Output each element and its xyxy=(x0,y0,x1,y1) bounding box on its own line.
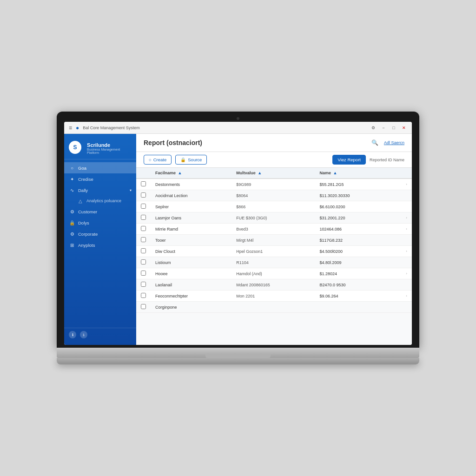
row-checkbox-4[interactable] xyxy=(141,226,146,231)
logo-initials: S xyxy=(69,141,81,154)
cell-multvalue-2: $866 xyxy=(231,201,315,212)
user-icon-btn[interactable]: 1 xyxy=(80,331,87,338)
sidebar-item-analytics-label: Analytics poluance xyxy=(86,198,121,203)
advanced-search-button[interactable]: Adl Saercn xyxy=(384,140,404,145)
table-row[interactable]: Mirrie Ramd Bved3 102464.086 › xyxy=(136,224,412,235)
row-checkbox-8[interactable] xyxy=(141,271,146,276)
row-checkbox-9[interactable] xyxy=(141,282,146,287)
cell-multvalue-3: FUE $300 (3G0) xyxy=(231,212,315,224)
cell-checkbox-11[interactable] xyxy=(136,302,151,313)
table-row[interactable]: Corginpone xyxy=(136,302,412,313)
cell-checkbox-10[interactable] xyxy=(136,291,151,302)
sidebar-item-analytics[interactable]: △ Analytics poluance xyxy=(64,196,136,206)
cell-facilname-9: Laolanail xyxy=(151,279,231,291)
row-checkbox-5[interactable] xyxy=(141,237,146,242)
table-row[interactable]: Laolanail Mdant 200860165 B2470.0 9530 xyxy=(136,279,412,291)
cell-checkbox-8[interactable] xyxy=(136,268,151,279)
table-row[interactable]: Tooer Mirgt M4l $117G8.232 xyxy=(136,235,412,246)
table-row[interactable]: Seplrer $866 $6.6100.0200 xyxy=(136,201,412,212)
sidebar-item-corporate-label: Corporate xyxy=(78,231,98,237)
maximize-button[interactable]: □ xyxy=(390,125,397,131)
row-checkbox-11[interactable] xyxy=(141,304,146,309)
title-bar: ≡ ● Bal Core Management System ⚙ − □ ✕ xyxy=(64,122,412,134)
sidebar-item-dashboard-label: Goa xyxy=(78,165,86,171)
laptop-frame: ≡ ● Bal Core Management System ⚙ − □ ✕ S xyxy=(57,112,419,364)
row-checkbox-0[interactable] xyxy=(141,181,146,186)
facilname-sort-icon: ▲ xyxy=(178,171,182,175)
sidebar-item-customer[interactable]: ⚙ Customer xyxy=(64,206,136,217)
dally-chevron-icon: ▾ xyxy=(130,188,132,192)
cell-name-11 xyxy=(315,302,391,313)
cell-name-1: $11.3020.30330 xyxy=(315,190,391,201)
cell-facilname-3: Lasmjor Oans xyxy=(151,212,231,224)
row-checkbox-1[interactable] xyxy=(141,192,146,198)
app-icon: ● xyxy=(76,125,79,131)
sidebar-item-dashboard[interactable]: ○ Goa xyxy=(64,162,136,173)
window-title: Bal Core Management System xyxy=(83,126,140,130)
table-row[interactable]: Diw Clouct Hpel Gozson1 $4.500l0200 › xyxy=(136,246,412,257)
col-header-facilname[interactable]: Facilname ▲ xyxy=(151,168,231,178)
col-header-chevron xyxy=(391,168,412,178)
name-sort-icon: ▲ xyxy=(333,171,337,175)
cell-name-8: $1.28024 xyxy=(315,268,391,279)
credise-icon: ✦ xyxy=(69,176,75,182)
col-header-multvalue[interactable]: Multvalue ▲ xyxy=(231,168,315,178)
sidebar-item-dally[interactable]: ∿ Dally ▾ xyxy=(64,185,136,196)
cell-chevron-10: › xyxy=(391,291,412,302)
minimize-button[interactable]: − xyxy=(380,125,387,131)
cell-checkbox-7[interactable] xyxy=(136,257,151,268)
sidebar-item-corporate[interactable]: ⚙ Corporate xyxy=(64,228,136,239)
screen: ≡ ● Bal Core Management System ⚙ − □ ✕ S xyxy=(64,122,412,345)
logo-name: Scrilunde xyxy=(87,140,132,148)
row-checkbox-7[interactable] xyxy=(141,259,146,264)
table-body: Destonments $9G989 $55.281.2G5 › Aocidrn… xyxy=(136,178,412,313)
sidebar-item-reports-label: Anyplots xyxy=(78,243,95,248)
sidebar-item-dolys-label: Dolys xyxy=(78,220,89,225)
table-row[interactable]: Lasmjor Oans FUE $300 (3G0) $31.2001.220… xyxy=(136,212,412,224)
cell-checkbox-0[interactable] xyxy=(136,178,151,190)
dally-icon: ∿ xyxy=(69,187,75,193)
create-button[interactable]: ○ Create xyxy=(144,155,172,165)
header-actions: 🔍 Adl Saercn xyxy=(370,138,404,148)
source-button[interactable]: 🔒 Source xyxy=(175,155,207,165)
cell-checkbox-3[interactable] xyxy=(136,212,151,224)
row-checkbox-10[interactable] xyxy=(141,293,146,298)
cell-name-10: $9.06.264 xyxy=(315,291,391,302)
view-report-button[interactable]: Viez Report xyxy=(332,155,365,165)
row-checkbox-3[interactable] xyxy=(141,215,146,220)
table-container[interactable]: Facilname ▲ Multvalue ▲ Name xyxy=(136,168,412,345)
sidebar-logo: S Scrilunde Business Management Platform xyxy=(64,138,136,159)
reported-label: Reported ID Name xyxy=(370,158,404,162)
cell-checkbox-9[interactable] xyxy=(136,279,151,291)
close-button[interactable]: ✕ xyxy=(401,125,407,131)
table-row[interactable]: Feoconmechtpter Mon 2201 $9.06.264 › xyxy=(136,291,412,302)
cell-multvalue-4: Bved3 xyxy=(231,224,315,235)
cell-checkbox-6[interactable] xyxy=(136,246,151,257)
table-row[interactable]: Hooee Hamdol (And) $1.28024 › xyxy=(136,268,412,279)
col-name-label: Name xyxy=(319,171,331,175)
row-checkbox-6[interactable] xyxy=(141,248,146,253)
cell-checkbox-1[interactable] xyxy=(136,190,151,201)
table-row[interactable]: Destonments $9G989 $55.281.2G5 › xyxy=(136,178,412,190)
sidebar-item-reports[interactable]: ⊞ Anyplots xyxy=(64,239,136,251)
cell-multvalue-10: Mon 2201 xyxy=(231,291,315,302)
row-checkbox-2[interactable] xyxy=(141,204,146,209)
cell-checkbox-5[interactable] xyxy=(136,235,151,246)
sidebar-item-dolys[interactable]: 🔒 Dolys xyxy=(64,217,136,228)
hamburger-icon[interactable]: ≡ xyxy=(69,125,72,131)
table-row[interactable]: Listioum R1104 $4.80l.2009 xyxy=(136,257,412,268)
cell-multvalue-11 xyxy=(231,302,315,313)
col-header-name[interactable]: Name ▲ xyxy=(315,168,391,178)
search-button[interactable]: 🔍 xyxy=(370,138,380,148)
cell-checkbox-2[interactable] xyxy=(136,201,151,212)
cell-facilname-2: Seplrer xyxy=(151,201,231,212)
title-bar-left: ≡ ● Bal Core Management System xyxy=(69,125,140,131)
info-icon-btn[interactable]: ℹ xyxy=(69,331,76,338)
settings-window-icon[interactable]: ⚙ xyxy=(370,125,377,131)
cell-facilname-8: Hooee xyxy=(151,268,231,279)
logo-tagline: Business Management Platform xyxy=(87,148,132,154)
cell-checkbox-4[interactable] xyxy=(136,224,151,235)
sidebar-item-credise[interactable]: ✦ Credise xyxy=(64,173,136,185)
cell-name-3: $31.2001.220 xyxy=(315,212,391,224)
table-row[interactable]: Aocidrnat Lection $8064 $11.3020.30330 xyxy=(136,190,412,201)
